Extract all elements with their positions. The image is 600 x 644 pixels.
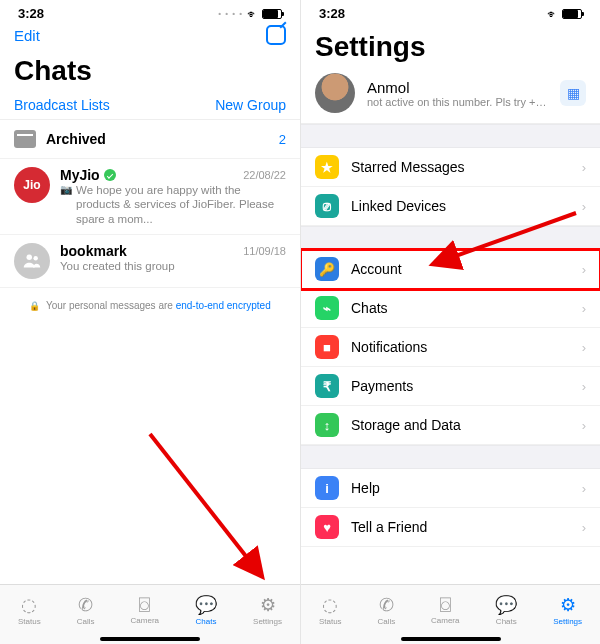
tab-status[interactable]: ◌Status: [18, 594, 41, 626]
wifi-icon: ᯤ: [547, 8, 558, 20]
chat-name: bookmark: [60, 243, 127, 259]
tab-calls[interactable]: ✆Calls: [77, 594, 95, 626]
qr-icon[interactable]: ▦: [560, 80, 586, 106]
chevron-right-icon: ›: [582, 481, 586, 496]
tab-chats[interactable]: 💬Chats: [495, 594, 517, 626]
settings-item-chats[interactable]: ⌁ Chats ›: [301, 289, 600, 328]
payments-icon: ₹: [315, 374, 339, 398]
tab-chats[interactable]: 💬Chats: [195, 594, 217, 626]
chevron-right-icon: ›: [582, 301, 586, 316]
heart-icon: ♥: [315, 515, 339, 539]
status-bar: 3:28 ᯤ: [301, 0, 600, 23]
chat-row[interactable]: bookmark 11/09/18 You created this group: [0, 235, 300, 288]
archived-row[interactable]: Archived 2: [0, 120, 300, 159]
tab-bar: ◌Status ✆Calls ⌼Camera 💬Chats ⚙Settings: [301, 584, 600, 644]
settings-item-starred[interactable]: ★ Starred Messages ›: [301, 148, 600, 187]
chat-row[interactable]: Jio MyJio 22/08/22 📷 We hope you are hap…: [0, 159, 300, 235]
photo-icon: 📷: [60, 184, 72, 197]
chevron-right-icon: ›: [582, 379, 586, 394]
camera-icon: ⌼: [440, 594, 451, 615]
section-divider: [301, 226, 600, 250]
page-title: Settings: [301, 23, 600, 69]
profile-row[interactable]: Anmol not active on this number. Pls try…: [301, 69, 600, 124]
calls-icon: ✆: [78, 594, 93, 616]
clock-time: 3:28: [18, 6, 44, 21]
battery-icon: [262, 9, 282, 19]
settings-item-account[interactable]: 🔑 Account ›: [301, 250, 600, 289]
chevron-right-icon: ›: [582, 199, 586, 214]
broadcast-lists-link[interactable]: Broadcast Lists: [14, 97, 110, 113]
chats-screen: 3:28 • • • • ᯤ Edit Chats Broadcast List…: [0, 0, 300, 644]
avatar: [315, 73, 355, 113]
info-icon: i: [315, 476, 339, 500]
tab-calls[interactable]: ✆Calls: [377, 594, 395, 626]
calls-icon: ✆: [379, 594, 394, 616]
settings-icon: ⚙: [260, 594, 276, 616]
status-bar: 3:28 • • • • ᯤ: [0, 0, 300, 23]
tab-camera[interactable]: ⌼Camera: [431, 594, 459, 625]
chat-preview: You created this group: [60, 259, 175, 273]
settings-screen: 3:28 ᯤ Settings Anmol not active on this…: [300, 0, 600, 644]
settings-item-payments[interactable]: ₹ Payments ›: [301, 367, 600, 406]
signal-icon: • • • •: [218, 9, 243, 18]
status-icon: ◌: [322, 594, 338, 616]
chevron-right-icon: ›: [582, 160, 586, 175]
linked-devices-icon: ⎚: [315, 194, 339, 218]
verified-icon: [104, 169, 116, 181]
chevron-right-icon: ›: [582, 262, 586, 277]
chats-icon: 💬: [495, 594, 517, 616]
settings-group-3: i Help › ♥ Tell a Friend ›: [301, 469, 600, 547]
annotation-arrow: [140, 424, 280, 584]
chat-time: 11/09/18: [243, 245, 286, 257]
section-divider: [301, 445, 600, 469]
chats-icon: 💬: [195, 594, 217, 616]
profile-name: Anmol: [367, 79, 548, 96]
archived-count: 2: [279, 132, 286, 147]
settings-item-help[interactable]: i Help ›: [301, 469, 600, 508]
home-indicator: [401, 637, 501, 641]
tab-settings[interactable]: ⚙Settings: [253, 594, 282, 626]
archive-icon: [14, 130, 36, 148]
new-group-link[interactable]: New Group: [215, 97, 286, 113]
settings-item-tell-friend[interactable]: ♥ Tell a Friend ›: [301, 508, 600, 547]
tab-settings[interactable]: ⚙Settings: [553, 594, 582, 626]
notifications-icon: ■: [315, 335, 339, 359]
star-icon: ★: [315, 155, 339, 179]
status-icon: ◌: [21, 594, 37, 616]
battery-icon: [562, 9, 582, 19]
home-indicator: [100, 637, 200, 641]
chevron-right-icon: ›: [582, 340, 586, 355]
tab-bar: ◌Status ✆Calls ⌼Camera 💬Chats ⚙Settings: [0, 584, 300, 644]
chat-name: MyJio: [60, 167, 100, 183]
tab-status[interactable]: ◌Status: [319, 594, 342, 626]
svg-point-0: [27, 255, 33, 261]
lock-icon: 🔒: [29, 301, 40, 311]
encryption-note: 🔒 Your personal messages are end-to-end …: [0, 288, 300, 323]
avatar: [14, 243, 50, 279]
svg-point-1: [33, 256, 37, 260]
settings-group-1: ★ Starred Messages › ⎚ Linked Devices ›: [301, 148, 600, 226]
clock-time: 3:28: [319, 6, 345, 21]
profile-status: not active on this number. Pls try +9...: [367, 96, 548, 108]
tab-camera[interactable]: ⌼Camera: [131, 594, 159, 625]
avatar: Jio: [14, 167, 50, 203]
key-icon: 🔑: [315, 257, 339, 281]
chevron-right-icon: ›: [582, 418, 586, 433]
edit-button[interactable]: Edit: [14, 27, 40, 44]
chevron-right-icon: ›: [582, 520, 586, 535]
settings-group-2: 🔑 Account › ⌁ Chats › ■ Notifications › …: [301, 250, 600, 445]
settings-item-storage[interactable]: ↕ Storage and Data ›: [301, 406, 600, 445]
storage-icon: ↕: [315, 413, 339, 437]
settings-item-linked-devices[interactable]: ⎚ Linked Devices ›: [301, 187, 600, 226]
settings-icon: ⚙: [560, 594, 576, 616]
encryption-link[interactable]: end-to-end encrypted: [176, 300, 271, 311]
settings-item-notifications[interactable]: ■ Notifications ›: [301, 328, 600, 367]
chat-time: 22/08/22: [243, 169, 286, 181]
section-divider: [301, 124, 600, 148]
page-title: Chats: [0, 47, 300, 93]
archived-label: Archived: [46, 131, 269, 147]
compose-icon[interactable]: [266, 25, 286, 45]
chat-bubble-icon: ⌁: [315, 296, 339, 320]
wifi-icon: ᯤ: [247, 8, 258, 20]
chat-preview: We hope you are happy with the products …: [76, 183, 286, 226]
